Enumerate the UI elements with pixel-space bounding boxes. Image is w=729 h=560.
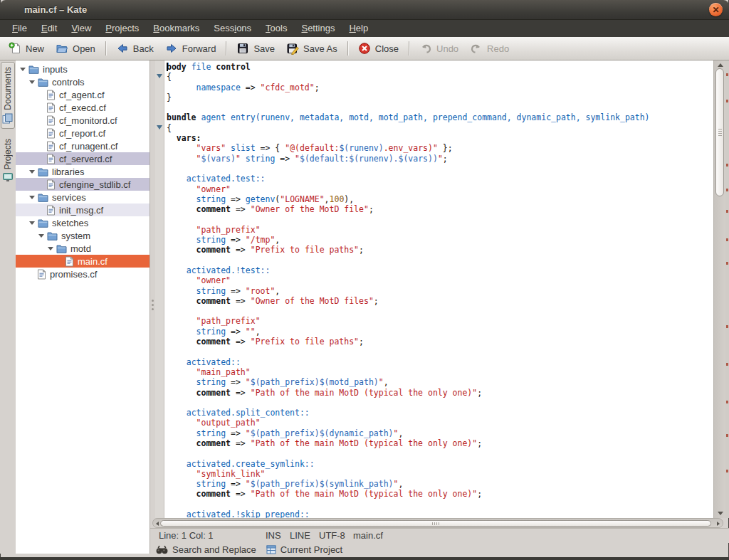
tree-item-promises-cf[interactable]: promises.cf [16, 268, 150, 280]
tree-item-inputs[interactable]: inputs [16, 63, 150, 75]
menu-view[interactable]: View [64, 20, 98, 37]
scroll-up-arrow-icon[interactable] [718, 63, 723, 67]
scrollbar-mark [726, 100, 728, 102]
undo-label: Undo [436, 43, 458, 54]
close-button[interactable]: Close [352, 39, 404, 58]
scrollbar-mark [726, 325, 728, 328]
code-line: string => "$(path_prefix)$(symlink_path)… [167, 479, 713, 489]
new-document-icon [9, 42, 21, 55]
tree-item-label: libraries [52, 167, 85, 177]
search-and-replace-button[interactable]: Search and Replace [156, 544, 256, 555]
toolbar-separator [105, 41, 106, 56]
menu-file[interactable]: File [5, 20, 34, 37]
code-line: activated.!test:: [167, 265, 713, 275]
save-as-icon [286, 42, 299, 55]
scroll-left-arrow-icon[interactable] [156, 522, 159, 526]
tree-item-services[interactable]: services [16, 191, 150, 204]
code-editor[interactable]: body file control{ namespace => "cfdc_mo… [155, 60, 713, 518]
file-icon [46, 154, 56, 164]
menu-help[interactable]: Help [342, 20, 375, 37]
tree-item-cf_runagent-cf[interactable]: cf_runagent.cf [16, 139, 150, 152]
sidebar-tab-documents[interactable]: Documents [1, 62, 15, 129]
code-line: activated.create_symlink:: [167, 459, 713, 469]
tree-item-controls[interactable]: controls [16, 75, 150, 88]
tree-item-cf_agent-cf[interactable]: cf_agent.cf [16, 88, 150, 101]
encoding-label: UTF-8 [319, 530, 345, 541]
expand-arrow-icon[interactable] [29, 196, 35, 199]
tree-item-cf_execd-cf[interactable]: cf_execd.cf [16, 101, 150, 114]
code-line: comment => "Path of the main MotD (typic… [167, 489, 713, 499]
sidebar-tab-projects[interactable]: Projects [1, 134, 15, 187]
menu-projects[interactable]: Projects [98, 20, 146, 37]
tree-item-label: main.cf [78, 256, 107, 267]
tree-item-init_msg-cf[interactable]: init_msg.cf [16, 204, 150, 216]
forward-button[interactable]: Forward [159, 39, 222, 58]
menu-tools[interactable]: Tools [258, 20, 294, 37]
folder-icon [56, 244, 67, 253]
menu-bookmarks[interactable]: Bookmarks [146, 20, 206, 37]
menu-edit[interactable]: Edit [34, 20, 64, 37]
tree-item-cf_serverd-cf[interactable]: cf_serverd.cf [16, 152, 150, 165]
horizontal-scrollbar[interactable] [152, 518, 723, 528]
tree-item-sketches[interactable]: sketches [16, 216, 150, 229]
vertical-scrollbar-thumb[interactable] [715, 68, 724, 196]
code-folding-margin[interactable] [155, 60, 164, 518]
code-line: activated.!skip_prepend:: [167, 509, 713, 518]
project-list-icon [266, 545, 276, 554]
fold-marker-icon[interactable] [157, 125, 162, 130]
expand-arrow-icon[interactable] [20, 68, 26, 71]
code-line: namespace => "cfdc_motd"; [167, 83, 713, 93]
scrollbar-mark [726, 401, 728, 403]
code-line: string => "/tmp", [167, 235, 713, 245]
horizontal-scrollbar-thumb[interactable] [160, 520, 711, 527]
save-button[interactable]: Save [231, 39, 280, 58]
open-label: Open [73, 43, 95, 54]
code-line: comment => "Owner of the MotD file"; [167, 204, 713, 214]
back-arrow-icon [116, 42, 129, 55]
scroll-right-arrow-icon[interactable] [717, 522, 720, 526]
expand-arrow-icon[interactable] [29, 221, 35, 225]
file-icon [37, 269, 46, 280]
current-project-button[interactable]: Current Project [266, 544, 342, 555]
tree-item-cf_report-cf[interactable]: cf_report.cf [16, 127, 150, 139]
code-line: "main_path" [167, 367, 713, 377]
code-line [167, 255, 713, 265]
menu-settings[interactable]: Settings [294, 20, 342, 37]
vertical-scrollbar[interactable] [713, 60, 725, 518]
project-tree-panel[interactable]: inputscontrolscf_agent.cfcf_execd.cfcf_m… [16, 60, 150, 554]
scrollbar-mark [726, 363, 728, 366]
tree-item-libraries[interactable]: libraries [16, 165, 150, 178]
forward-arrow-icon [165, 42, 178, 55]
redo-button: Redo [464, 39, 515, 58]
fold-marker-icon[interactable] [157, 74, 162, 78]
tree-item-label: cf_runagent.cf [59, 141, 117, 152]
save-as-button[interactable]: Save As [280, 39, 343, 58]
open-button[interactable]: Open [50, 39, 101, 58]
back-button[interactable]: Back [110, 39, 159, 58]
new-button[interactable]: New [3, 39, 50, 58]
expand-arrow-icon[interactable] [29, 80, 35, 84]
tree-item-main-cf[interactable]: main.cf [16, 255, 150, 268]
tree-item-motd[interactable]: motd [16, 242, 150, 255]
tree-item-cfengine_stdlib-cf[interactable]: cfengine_stdlib.cf [16, 178, 150, 191]
scroll-down-arrow-icon[interactable] [718, 512, 723, 515]
code-line: { [167, 72, 713, 82]
code-line: "symlink_link" [167, 469, 713, 479]
expand-arrow-icon[interactable] [38, 234, 44, 238]
title-bar[interactable]: main.cf – Kate ✕ [0, 0, 729, 20]
code-line: "path_prefix" [167, 225, 713, 235]
expand-arrow-icon[interactable] [29, 170, 35, 174]
file-icon [46, 205, 56, 216]
expand-arrow-icon[interactable] [48, 247, 53, 250]
scrollbar-marks-strip [725, 60, 729, 518]
menu-sessions[interactable]: Sessions [206, 20, 258, 37]
tree-item-label: cfengine_stdlib.cf [59, 179, 130, 190]
code-line: string => getenv("LOGNAME",100), [167, 194, 713, 204]
folder-icon [38, 78, 48, 87]
scrollbar-mark [726, 434, 728, 437]
new-label: New [26, 43, 44, 54]
tree-item-cf_monitord-cf[interactable]: cf_monitord.cf [16, 114, 150, 127]
tree-item-system[interactable]: system [16, 229, 150, 242]
code-line: { [167, 123, 713, 133]
close-window-button[interactable]: ✕ [709, 3, 723, 16]
